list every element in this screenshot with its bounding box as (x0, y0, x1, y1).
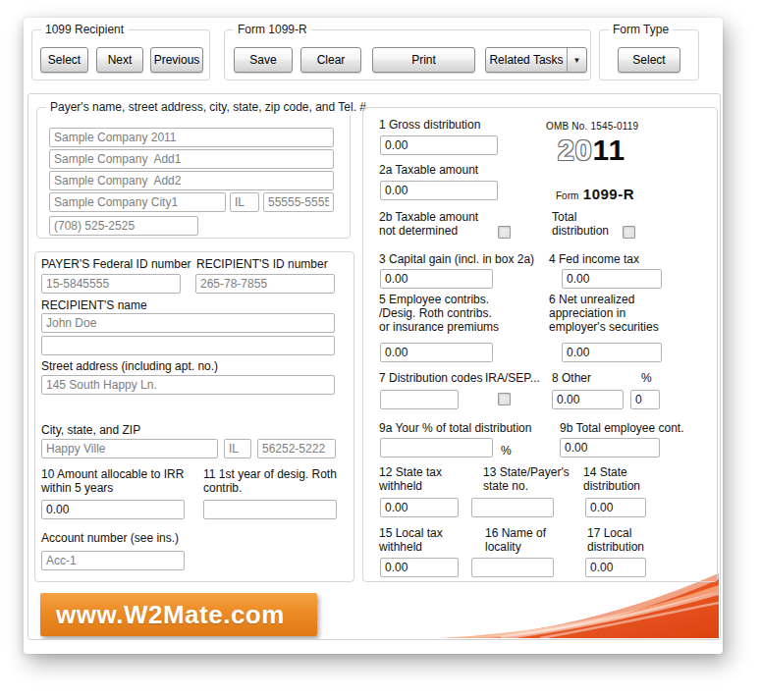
payer-address1-field[interactable] (49, 149, 334, 169)
box6-field[interactable] (562, 343, 662, 362)
total-distribution-checkbox[interactable] (623, 226, 635, 239)
box1-field[interactable] (380, 135, 498, 155)
payer-group: Payer's name, street address, city, stat… (36, 107, 351, 239)
chevron-down-icon: ▼ (573, 56, 581, 65)
form-word: Form (556, 190, 578, 201)
app-window: 1099 Recipient Select Next Previous Form… (24, 18, 723, 654)
box8-percent-field[interactable] (630, 390, 660, 409)
box14-field[interactable] (585, 498, 646, 517)
box14-label: 14 State distribution (583, 465, 672, 493)
ira-sep-checkbox[interactable] (498, 393, 511, 405)
recipient-select-label: Select (48, 53, 81, 67)
box7-label: 7 Distribution codes (379, 371, 482, 385)
account-number-label: Account number (see ins.) (41, 531, 179, 545)
box3-field[interactable] (380, 269, 493, 289)
tax-year-outline: 20 (558, 134, 592, 166)
save-label: Save (249, 53, 276, 67)
box3-label: 3 Capital gain (incl. in box 2a) (379, 252, 534, 266)
payer-fed-id-label: PAYER'S Federal ID number (41, 257, 191, 271)
recipient-next-button[interactable]: Next (96, 47, 143, 73)
recipient-previous-label: Previous (154, 53, 200, 67)
box9b-label: 9b Total employee cont. (560, 421, 684, 435)
street-address-field[interactable] (41, 375, 335, 395)
box16-label: 16 Name of locality (485, 526, 583, 554)
recipient-id-field[interactable] (195, 274, 335, 294)
street-address-label: Street address (including apt. no.) (41, 359, 218, 373)
box1-label: 1 Gross distribution (379, 118, 480, 132)
payer-address2-field[interactable] (49, 171, 334, 190)
recipient-previous-button[interactable]: Previous (150, 47, 203, 73)
box7-field[interactable] (380, 390, 459, 409)
recipient-city-field[interactable] (41, 439, 218, 458)
box11-field[interactable] (203, 500, 337, 519)
group-1099-recipient-title: 1099 Recipient (41, 23, 128, 37)
related-tasks-label: Related Tasks (486, 53, 567, 67)
form-1099r-boxes-group: 1 Gross distribution OMB No. 1545-0119 2… (362, 107, 718, 582)
box5-label: 5 Employee contribs. /Desig. Roth contri… (379, 293, 541, 334)
box4-label: 4 Fed income tax (549, 252, 639, 266)
payer-name-field[interactable] (49, 128, 334, 147)
group-1099-recipient: 1099 Recipient Select Next Previous (31, 29, 210, 81)
print-button[interactable]: Print (372, 47, 475, 73)
box2b-checkbox[interactable] (498, 226, 511, 239)
box15-field[interactable] (380, 558, 459, 577)
related-tasks-dropdown[interactable]: ▼ (567, 48, 586, 72)
recipient-state-field[interactable] (224, 439, 251, 458)
city-state-zip-label: City, state, and ZIP (41, 423, 140, 437)
box13-field[interactable] (471, 498, 554, 517)
box16-field[interactable] (471, 558, 554, 577)
payer-fed-id-field[interactable] (41, 274, 181, 294)
box10-field[interactable] (41, 500, 185, 519)
box8-label: 8 Other (552, 371, 591, 385)
form-type-select-button[interactable]: Select (618, 47, 680, 73)
box10-label: 10 Amount allocable to IRR within 5 year… (41, 467, 204, 495)
box13-label: 13 State/Payer's state no. (483, 465, 581, 493)
payer-phone-field[interactable] (49, 216, 198, 236)
payer-state-field[interactable] (230, 192, 259, 212)
form-type-select-label: Select (632, 53, 665, 67)
box4-field[interactable] (562, 269, 662, 289)
box11-label: 11 1st year of desig. Roth contrib. (203, 467, 349, 495)
box12-field[interactable] (380, 498, 459, 517)
box9b-field[interactable] (560, 438, 660, 458)
box17-field[interactable] (585, 558, 646, 577)
form-name: Form 1099-R (556, 186, 634, 203)
group-form-type-title: Form Type (609, 23, 673, 37)
total-distribution-label: Total distribution (552, 210, 630, 238)
box17-label: 17 Local distribution (587, 526, 676, 554)
clear-button[interactable]: Clear (300, 47, 361, 73)
save-button[interactable]: Save (234, 47, 293, 73)
group-form-1099r-title: Form 1099-R (234, 23, 311, 37)
recipient-name2-field[interactable] (41, 336, 335, 355)
box15-label: 15 Local tax withheld (379, 526, 472, 554)
box6-label: 6 Net unrealized appreciation in employe… (549, 293, 696, 334)
recipient-id-label: RECIPIENT'S ID number (196, 257, 328, 271)
box8-percent-label: % (641, 371, 652, 385)
box2a-field[interactable] (380, 181, 498, 200)
group-form-type: Form Type Select (599, 29, 699, 81)
omb-number: OMB No. 1545-0119 (546, 121, 638, 132)
recipient-next-label: Next (108, 53, 133, 67)
tax-year-bold: 11 (592, 134, 625, 166)
payer-city-field[interactable] (49, 192, 226, 212)
account-number-field[interactable] (41, 551, 185, 570)
recipient-select-button[interactable]: Select (40, 47, 88, 73)
box9a-field[interactable] (380, 438, 493, 458)
w2mate-banner[interactable]: www.W2Mate.com (40, 593, 317, 636)
form-panel: Payer's name, street address, city, stat… (27, 93, 721, 640)
recipient-zip-field[interactable] (257, 439, 336, 458)
box8-field[interactable] (552, 390, 624, 409)
payer-zip-field[interactable] (263, 192, 334, 212)
box5-field[interactable] (380, 343, 493, 362)
related-tasks-button[interactable]: Related Tasks ▼ (485, 47, 587, 73)
clear-label: Clear (317, 53, 346, 67)
box12-label: 12 State tax withheld (379, 465, 472, 493)
recipient-name-field[interactable] (41, 313, 335, 333)
recipient-group: PAYER'S Federal ID number RECIPIENT'S ID… (34, 251, 354, 582)
box9a-percent-suffix: % (501, 444, 512, 458)
box9a-label: 9a Your % of total distribution (379, 421, 531, 435)
box2b-label: 2b Taxable amount not determined (379, 210, 502, 238)
group-form-1099r: Form 1099-R Save Clear Print Related Tas… (224, 29, 591, 81)
print-label: Print (411, 53, 436, 67)
form-number: 1099-R (583, 186, 634, 202)
